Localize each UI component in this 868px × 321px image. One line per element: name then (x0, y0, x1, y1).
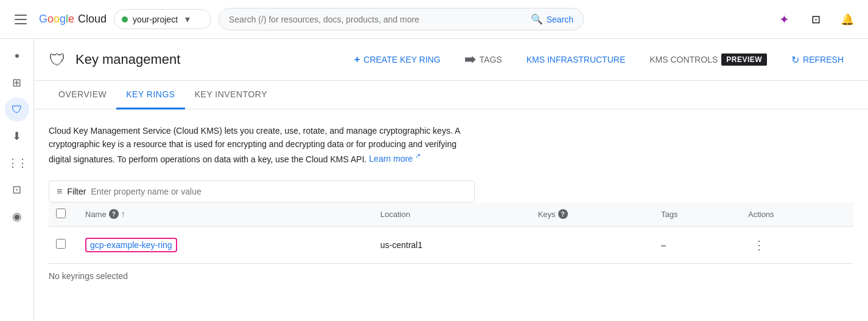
tab-key-inventory[interactable]: KEY INVENTORY (185, 81, 277, 109)
chevron-down-icon: ▾ (185, 13, 190, 25)
terminal-button[interactable]: ⊡ (805, 9, 827, 30)
sidebar-item-dashboard[interactable]: ⊞ (5, 71, 29, 95)
refresh-button[interactable]: ↻ REFRESH (782, 49, 853, 71)
no-selection-text: No keyrings selected (49, 264, 853, 288)
download-icon: ⬇ (12, 129, 21, 143)
filter-input[interactable] (91, 187, 467, 196)
search-input[interactable] (229, 15, 526, 24)
plus-icon: + (354, 54, 360, 65)
grid-icon: ⋮⋮ (7, 156, 27, 170)
filter-label: Filter (67, 187, 86, 196)
tags-column-header: Tags (654, 202, 741, 227)
keys-cell (531, 226, 654, 263)
refresh-icon: ↻ (791, 54, 799, 66)
table-row: gcp-example-key-ring us-central1 – (49, 226, 853, 263)
sidebar-item-globe[interactable]: ◉ (5, 204, 29, 229)
row-actions-button[interactable]: ⋮ (748, 234, 770, 256)
name-sort-icon[interactable]: ↑ (121, 209, 125, 219)
sidebar-item-download[interactable]: ⬇ (5, 124, 29, 148)
preview-badge: PREVIEW (721, 54, 767, 66)
shield-icon: 🛡 (12, 103, 23, 116)
page-shield-icon: 🛡 (49, 50, 66, 70)
main-content: 🛡 Key management + CREATE KEY RING TAGS … (34, 39, 868, 321)
dashboard-icon: ⊞ (12, 76, 21, 89)
tags-arrow-icon (465, 56, 476, 63)
tab-key-rings[interactable]: KEY RINGS (116, 81, 185, 109)
page-title: Key management (75, 52, 180, 67)
key-rings-table: Name ? ↑ Location Keys (49, 202, 853, 288)
notifications-button[interactable]: 🔔 (836, 9, 858, 30)
sidebar-item-grid[interactable]: ⋮⋮ (5, 151, 29, 175)
tags-label: TAGS (480, 55, 502, 64)
name-column-header: Name ? ↑ (78, 202, 373, 227)
tags-cell: – (654, 226, 741, 263)
sidebar: ⊞ 🛡 ⬇ ⋮⋮ ⊡ ◉ (0, 39, 34, 321)
top-navigation: Google Cloud your-project ▾ 🔍 Search ✦ ⊡… (0, 0, 868, 39)
sidebar-item-topology[interactable]: ⊡ (5, 178, 29, 202)
kms-controls-button[interactable]: KMS CONTROLS PREVIEW (640, 49, 777, 71)
header-actions: + CREATE KEY RING TAGS KMS INFRASTRUCTUR… (345, 49, 853, 71)
table-header-row: Name ? ↑ Location Keys (49, 202, 853, 227)
keys-info-icon[interactable]: ? (558, 209, 568, 219)
select-all-checkbox[interactable] (56, 209, 66, 218)
name-cell: gcp-example-key-ring (78, 226, 373, 263)
create-key-ring-button[interactable]: + CREATE KEY RING (345, 49, 450, 70)
actions-column-header: Actions (741, 202, 853, 227)
row-checkbox-cell[interactable] (49, 226, 78, 263)
kms-controls-label: KMS CONTROLS (649, 55, 718, 64)
home-dot-icon (15, 54, 19, 58)
kms-infrastructure-button[interactable]: KMS INFRASTRUCTURE (517, 50, 635, 69)
cloud-logo-text: Cloud (78, 13, 107, 26)
gemini-button[interactable]: ✦ (773, 9, 795, 30)
location-cell: us-central1 (373, 226, 531, 263)
description-text: Cloud Key Management Service (Cloud KMS)… (49, 124, 475, 166)
project-selector[interactable]: your-project ▾ (114, 9, 211, 29)
tab-overview[interactable]: OVERVIEW (49, 81, 116, 109)
main-layout: ⊞ 🛡 ⬇ ⋮⋮ ⊡ ◉ 🛡 Key management + CREATE K… (0, 39, 868, 321)
filter-icon: ≡ (57, 186, 62, 197)
globe-icon: ◉ (12, 210, 22, 223)
kms-infrastructure-label: KMS INFRASTRUCTURE (527, 55, 626, 64)
tab-bar: OVERVIEW KEY RINGS KEY INVENTORY (34, 81, 868, 109)
create-key-ring-label: CREATE KEY RING (363, 55, 440, 64)
sidebar-item-security[interactable]: 🛡 (5, 97, 29, 122)
page-header: 🛡 Key management + CREATE KEY RING TAGS … (34, 39, 868, 81)
content-area: Cloud Key Management Service (Cloud KMS)… (34, 109, 868, 303)
keys-column-header: Keys ? (531, 202, 654, 227)
hamburger-menu-button[interactable] (10, 9, 32, 30)
project-status-dot (122, 16, 128, 22)
search-icon: 🔍 (531, 13, 543, 25)
row-checkbox[interactable] (56, 239, 66, 249)
select-all-header[interactable] (49, 202, 78, 227)
search-button[interactable]: 🔍 Search (531, 13, 573, 25)
sidebar-item-home[interactable] (5, 44, 29, 68)
name-info-icon[interactable]: ? (109, 209, 119, 219)
learn-more-link[interactable]: Learn more ↗ (369, 154, 420, 164)
actions-cell[interactable]: ⋮ (741, 226, 853, 263)
search-bar[interactable]: 🔍 Search (219, 8, 584, 30)
refresh-label: REFRESH (803, 55, 844, 64)
key-ring-link[interactable]: gcp-example-key-ring (85, 238, 177, 252)
nav-icon-group: ✦ ⊡ 🔔 (773, 9, 858, 30)
filter-bar[interactable]: ≡ Filter (49, 181, 475, 202)
google-cloud-logo[interactable]: Google Cloud (39, 13, 107, 26)
tags-button[interactable]: TAGS (455, 50, 512, 69)
location-column-header: Location (373, 202, 531, 227)
search-button-label: Search (547, 15, 573, 24)
topology-icon: ⊡ (12, 183, 21, 196)
external-link-icon: ↗ (415, 153, 421, 160)
project-name: your-project (133, 15, 178, 24)
